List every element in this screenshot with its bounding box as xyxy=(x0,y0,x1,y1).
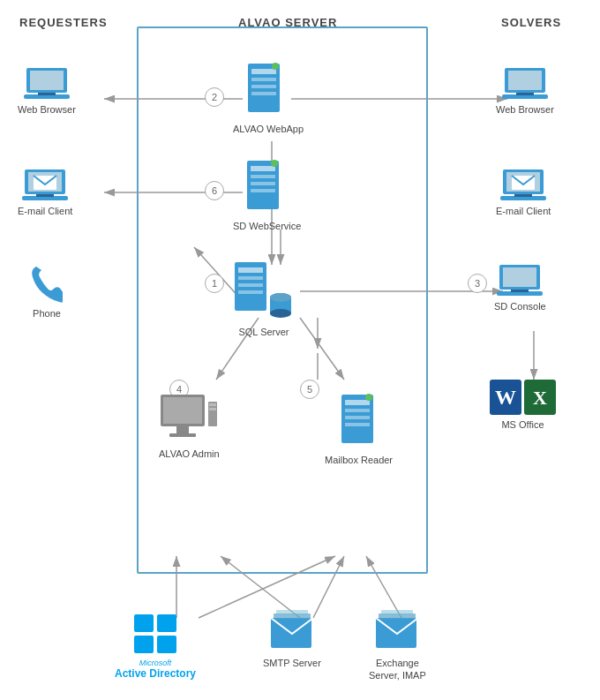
svg-rect-22 xyxy=(38,93,56,95)
badge-3: 3 xyxy=(468,274,487,293)
svg-rect-37 xyxy=(251,182,275,185)
sd-console-icon xyxy=(497,263,543,297)
svg-text:W: W xyxy=(495,386,516,409)
svg-rect-27 xyxy=(36,194,54,197)
exchange-imap-block: ExchangeServer, IMAP xyxy=(369,609,426,682)
svg-rect-52 xyxy=(169,433,196,437)
svg-rect-55 xyxy=(209,408,216,410)
sql-server-icon xyxy=(233,260,295,322)
svg-point-61 xyxy=(365,394,372,401)
alvao-webapp-icon xyxy=(246,62,290,119)
svg-rect-44 xyxy=(238,290,263,294)
word-icon: W xyxy=(490,380,521,415)
svg-rect-80 xyxy=(157,614,176,632)
diagram: REQUESTERS ALVAO SERVER SOLVERS xyxy=(0,0,600,700)
smtp-server-label: SMTP Server xyxy=(263,657,321,669)
svg-rect-72 xyxy=(503,267,536,287)
sd-console-block: SD Console xyxy=(494,263,546,312)
sql-server-block: SQL Server xyxy=(233,260,295,338)
solvers-label: SOLVERS xyxy=(501,16,561,29)
sol-email-block: E-mail Client xyxy=(496,168,551,217)
svg-rect-42 xyxy=(238,276,263,280)
sol-email-icon xyxy=(500,168,546,201)
exchange-imap-icon xyxy=(374,609,420,653)
alvao-admin-icon xyxy=(159,393,219,444)
active-directory-label: Active Directory xyxy=(115,667,196,681)
svg-rect-30 xyxy=(251,78,276,81)
svg-rect-85 xyxy=(276,610,308,615)
svg-rect-31 xyxy=(251,85,276,88)
smtp-server-icon xyxy=(269,609,315,653)
mailbox-reader-label: Mailbox Reader xyxy=(325,454,393,466)
req-browser-label: Web Browser xyxy=(18,103,76,116)
req-phone-block: Phone xyxy=(31,265,63,320)
sd-webservice-block: SD WebService xyxy=(233,159,301,232)
svg-rect-36 xyxy=(251,175,275,178)
alvao-admin-block: ALVAO Admin xyxy=(159,393,220,460)
svg-rect-88 xyxy=(381,610,413,615)
svg-point-47 xyxy=(270,309,291,318)
svg-point-39 xyxy=(271,160,278,167)
req-email-label: E-mail Client xyxy=(18,205,72,217)
sol-email-label: E-mail Client xyxy=(496,205,551,217)
active-directory-icon xyxy=(132,609,178,655)
exchange-imap-label: ExchangeServer, IMAP xyxy=(369,657,426,682)
smtp-server-block: SMTP Server xyxy=(263,609,321,669)
sol-browser-label: Web Browser xyxy=(496,103,554,116)
svg-rect-29 xyxy=(251,69,276,74)
svg-rect-38 xyxy=(251,189,275,192)
req-email-icon xyxy=(22,168,68,201)
mailbox-reader-icon xyxy=(340,393,379,450)
svg-rect-43 xyxy=(238,283,263,287)
ms-office-label: MS Office xyxy=(501,418,544,431)
svg-point-48 xyxy=(270,293,291,302)
svg-rect-35 xyxy=(251,166,275,171)
requesters-label: REQUESTERS xyxy=(19,16,108,29)
svg-rect-41 xyxy=(238,267,263,273)
alvao-webapp-label: ALVAO WebApp xyxy=(233,123,304,135)
sol-browser-icon xyxy=(502,66,548,100)
svg-rect-65 xyxy=(516,93,534,95)
alvao-admin-label: ALVAO Admin xyxy=(159,448,220,460)
mailbox-reader-block: Mailbox Reader xyxy=(325,393,393,466)
svg-rect-60 xyxy=(345,423,370,426)
svg-rect-58 xyxy=(345,409,370,412)
svg-rect-74 xyxy=(511,290,529,292)
svg-rect-59 xyxy=(345,416,370,419)
svg-rect-63 xyxy=(508,71,542,90)
svg-rect-32 xyxy=(251,92,276,95)
req-browser-icon xyxy=(24,66,70,100)
excel-icon: X xyxy=(524,380,556,415)
svg-rect-70 xyxy=(514,194,532,197)
svg-point-33 xyxy=(272,63,279,70)
req-browser-block: Web Browser xyxy=(18,66,76,116)
ms-office-block: W X MS Office xyxy=(490,380,556,431)
sd-webservice-label: SD WebService xyxy=(233,220,301,232)
sql-server-label: SQL Server xyxy=(238,326,289,338)
svg-rect-54 xyxy=(209,403,216,406)
svg-rect-82 xyxy=(157,636,176,653)
badge-1: 1 xyxy=(205,274,224,293)
sol-browser-block: Web Browser xyxy=(496,66,554,116)
svg-text:X: X xyxy=(533,387,547,409)
svg-rect-81 xyxy=(134,636,154,653)
svg-rect-50 xyxy=(163,397,202,424)
req-phone-icon xyxy=(31,265,63,304)
badge-6: 6 xyxy=(205,181,224,200)
svg-rect-79 xyxy=(134,614,154,632)
svg-rect-51 xyxy=(176,426,189,433)
badge-2: 2 xyxy=(205,87,224,107)
svg-rect-20 xyxy=(30,71,64,90)
alvao-webapp-block: ALVAO WebApp xyxy=(233,62,304,135)
req-email-block: E-mail Client xyxy=(18,168,72,217)
sd-webservice-icon xyxy=(245,159,289,216)
active-directory-block: Microsoft Active Directory xyxy=(115,609,196,681)
req-phone-label: Phone xyxy=(33,307,61,320)
sd-console-label: SD Console xyxy=(494,300,546,312)
badge-5: 5 xyxy=(300,380,319,399)
svg-rect-57 xyxy=(345,400,370,405)
